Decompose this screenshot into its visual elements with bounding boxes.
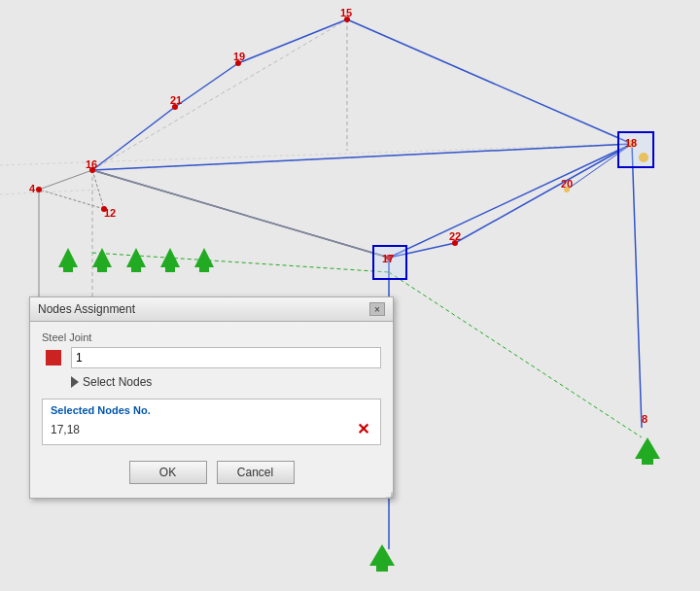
select-nodes-row: Select Nodes	[42, 375, 381, 389]
svg-rect-51	[46, 350, 61, 365]
x-icon: ✕	[357, 422, 369, 437]
joint-icon	[42, 346, 65, 369]
selected-nodes-section: Selected Nodes No. 17,18 ✕	[42, 399, 381, 445]
svg-line-21	[39, 170, 92, 190]
dialog-body: Steel Joint Select Nodes Selected Nodes …	[30, 322, 393, 498]
svg-line-11	[92, 144, 632, 170]
dialog-resize-handle[interactable]	[383, 488, 393, 498]
svg-rect-43	[165, 267, 175, 272]
node-label-19: 19	[233, 51, 245, 62]
node-label-17: 17	[382, 253, 394, 264]
svg-rect-39	[97, 267, 107, 272]
3d-viewport: 15 19 21 16 12 4 20 22 7 8 17 18	[0, 0, 700, 591]
node-label-12: 12	[104, 207, 116, 219]
button-row: OK Cancel	[42, 455, 381, 488]
steel-joint-label: Steel Joint	[42, 331, 381, 343]
svg-line-18	[632, 144, 642, 428]
node-label-15: 15	[340, 7, 352, 18]
svg-rect-47	[376, 566, 388, 572]
steel-joint-input[interactable]	[71, 347, 381, 368]
svg-marker-46	[369, 544, 395, 566]
dialog-titlebar: Nodes Assignment ×	[30, 297, 393, 322]
dialog-title: Nodes Assignment	[38, 302, 135, 316]
svg-line-6	[0, 190, 97, 194]
selection-box-17: 17	[372, 245, 407, 280]
svg-rect-49	[642, 459, 653, 465]
svg-marker-40	[126, 248, 146, 267]
svg-line-13	[389, 144, 632, 258]
svg-rect-41	[131, 267, 141, 272]
svg-rect-37	[63, 267, 73, 272]
node-label-18: 18	[625, 137, 637, 149]
svg-marker-48	[635, 437, 660, 459]
dialog-close-button[interactable]: ×	[369, 302, 385, 316]
steel-joint-field-row	[42, 346, 381, 369]
triangle-icon	[71, 376, 79, 388]
svg-marker-44	[194, 248, 214, 267]
svg-line-14	[455, 144, 632, 243]
svg-line-19	[92, 170, 389, 258]
selection-box-18: 18	[617, 131, 654, 168]
svg-marker-36	[58, 248, 78, 267]
selected-nodes-row: 17,18 ✕	[51, 420, 372, 439]
select-nodes-label: Select Nodes	[83, 375, 152, 389]
ok-button[interactable]: OK	[129, 461, 207, 484]
svg-line-9	[92, 107, 175, 170]
steel-joint-section: Steel Joint Select Nodes	[42, 331, 381, 389]
selected-nodes-value: 17,18	[51, 423, 349, 436]
svg-line-2	[92, 19, 347, 170]
svg-line-8	[175, 63, 238, 107]
svg-line-7	[238, 19, 347, 63]
clear-nodes-button[interactable]: ✕	[353, 420, 372, 439]
node-label-4: 4	[29, 183, 35, 194]
svg-line-25	[389, 272, 642, 437]
svg-line-23	[39, 190, 104, 209]
node-label-8: 8	[642, 413, 648, 425]
nodes-assignment-dialog: Nodes Assignment × Steel Joint Select No…	[29, 296, 394, 499]
svg-marker-42	[160, 248, 180, 267]
cancel-button[interactable]: Cancel	[217, 461, 295, 484]
svg-line-10	[347, 19, 632, 144]
node-label-16: 16	[86, 158, 97, 170]
node-label-21: 21	[170, 94, 182, 106]
svg-marker-38	[92, 248, 112, 267]
node-label-22: 22	[449, 230, 461, 242]
svg-rect-45	[199, 267, 209, 272]
node-label-20: 20	[561, 178, 573, 190]
selected-nodes-title: Selected Nodes No.	[51, 404, 372, 416]
